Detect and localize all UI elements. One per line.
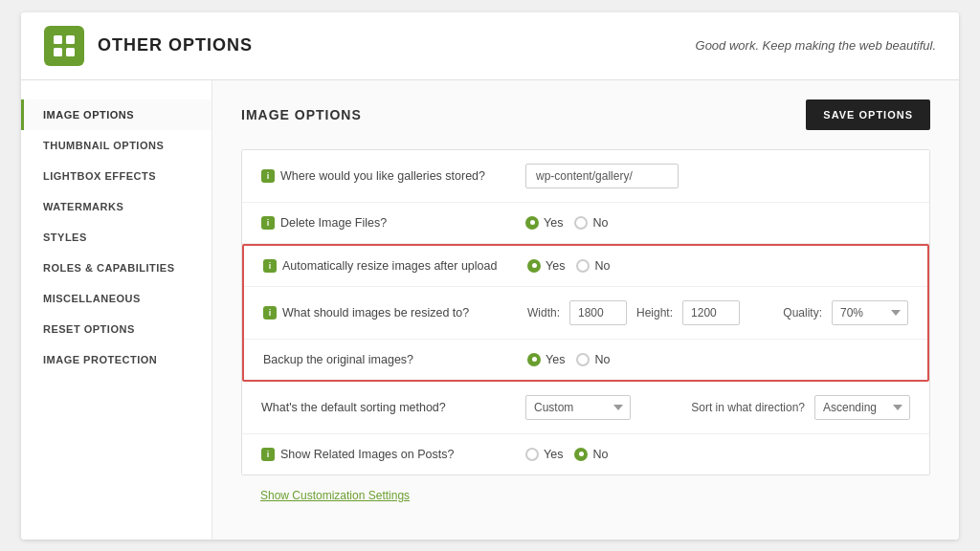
svg-rect-0 [54,35,62,44]
resize-height-input[interactable] [682,300,740,325]
backup-no[interactable]: No [576,353,610,366]
delete-images-no-radio[interactable] [574,216,588,230]
sidebar: IMAGE OPTIONS THUMBNAIL OPTIONS LIGHTBOX… [21,80,212,540]
sort-method-controls: Custom Image ID File Name Alt Text Sort … [525,395,910,420]
sort-method-row: What's the default sorting method? Custo… [242,382,929,434]
delete-images-yes-radio[interactable] [525,216,539,230]
gallery-path-row: i Where would you like galleries stored? [242,150,929,203]
related-images-info-icon: i [261,448,275,461]
delete-images-controls: Yes No [525,216,910,230]
save-options-button[interactable]: SAVE OPTIONS [806,99,930,130]
backup-original-controls: Yes No [527,353,908,366]
resize-dimensions-info-icon: i [263,306,277,320]
resize-dimensions-controls: Width: Height: Quality: 70% 80% 90% 100% [527,300,908,325]
sidebar-item-image-options[interactable]: IMAGE OPTIONS [21,99,212,130]
sort-direction-label: Sort in what direction? [691,401,805,414]
show-customization-link[interactable]: Show Customization Settings [260,489,410,502]
sidebar-item-image-protection[interactable]: IMAGE PROTECTION [21,344,212,375]
page-wrapper: OTHER OPTIONS Good work. Keep making the… [21,12,959,540]
resize-dimensions-label: i What should images be resized to? [263,306,512,320]
resize-dimensions-row: i What should images be resized to? Widt… [244,287,927,340]
auto-resize-no[interactable]: No [576,259,610,273]
delete-images-yes[interactable]: Yes [525,216,563,230]
related-images-label: i Show Related Images on Posts? [261,448,510,461]
auto-resize-no-radio[interactable] [576,259,590,273]
delete-images-info-icon: i [261,216,275,230]
sort-direction-select[interactable]: Ascending Descending [814,395,910,420]
auto-resize-yes-radio[interactable] [527,259,541,273]
sidebar-item-reset-options[interactable]: RESET OPTIONS [21,314,212,344]
auto-resize-info-icon: i [263,259,277,273]
sidebar-item-roles[interactable]: ROLES & CAPABILITIES [21,253,212,283]
resize-width-input[interactable] [569,300,627,325]
backup-original-row: Backup the original images? Yes No [244,340,927,380]
height-label: Height: [636,306,673,320]
header-left: OTHER OPTIONS [44,26,253,66]
sidebar-item-watermarks[interactable]: WATERMARKS [21,191,212,222]
auto-resize-label: i Automatically resize images after uplo… [263,259,512,273]
sort-method-label: What's the default sorting method? [261,401,510,414]
quality-label: Quality: [783,306,822,320]
delete-images-row: i Delete Image Files? Yes No [242,203,929,244]
related-no-radio[interactable] [574,448,588,461]
main-header: IMAGE OPTIONS SAVE OPTIONS [241,99,930,130]
svg-rect-1 [66,35,75,44]
gallery-path-info-icon: i [261,169,275,183]
quality-select[interactable]: 70% 80% 90% 100% [832,300,908,325]
svg-rect-2 [54,48,62,56]
width-label: Width: [527,306,560,320]
svg-rect-3 [66,48,75,56]
main-content: IMAGE OPTIONS SAVE OPTIONS i Where would… [212,80,959,540]
app-title: OTHER OPTIONS [98,35,253,55]
gallery-path-input[interactable] [525,164,679,188]
page-title: IMAGE OPTIONS [241,107,362,122]
sidebar-item-miscellaneous[interactable]: MISCELLANEOUS [21,283,212,314]
related-images-row: i Show Related Images on Posts? Yes No [242,434,929,474]
highlighted-section: i Automatically resize images after uplo… [242,244,929,382]
sidebar-item-thumbnail-options[interactable]: THUMBNAIL OPTIONS [21,130,212,161]
options-container: i Where would you like galleries stored?… [241,149,930,475]
related-yes-radio[interactable] [525,448,539,461]
delete-images-no[interactable]: No [574,216,608,230]
gallery-path-label: i Where would you like galleries stored? [261,169,510,183]
header-tagline: Good work. Keep making the web beautiful… [696,38,936,53]
auto-resize-yes[interactable]: Yes [527,259,565,273]
sidebar-item-lightbox-effects[interactable]: LIGHTBOX EFFECTS [21,161,212,191]
logo-icon [44,26,84,66]
related-yes[interactable]: Yes [525,448,563,461]
backup-yes[interactable]: Yes [527,353,565,366]
delete-images-label: i Delete Image Files? [261,216,510,230]
gallery-path-controls [525,164,910,188]
backup-original-label: Backup the original images? [263,353,512,366]
backup-no-radio[interactable] [576,353,590,366]
related-no[interactable]: No [574,448,608,461]
sort-method-select[interactable]: Custom Image ID File Name Alt Text [525,395,631,420]
auto-resize-row: i Automatically resize images after uplo… [244,246,927,287]
header: OTHER OPTIONS Good work. Keep making the… [21,12,959,80]
sidebar-item-styles[interactable]: STYLES [21,222,212,253]
related-images-controls: Yes No [525,448,910,461]
auto-resize-controls: Yes No [527,259,908,273]
backup-yes-radio[interactable] [527,353,541,366]
layout: IMAGE OPTIONS THUMBNAIL OPTIONS LIGHTBOX… [21,80,959,540]
